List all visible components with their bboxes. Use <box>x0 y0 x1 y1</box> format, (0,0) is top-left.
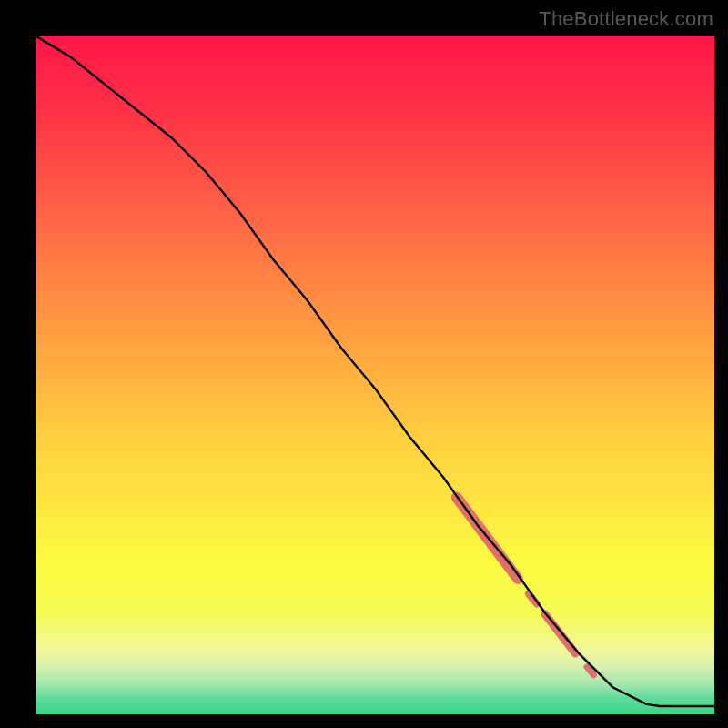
chart-frame: TheBottleneck.com <box>0 0 728 728</box>
plot-area <box>36 36 714 714</box>
highlight-thick-2 <box>545 614 576 653</box>
chart-overlay <box>36 36 714 714</box>
bottleneck-curve <box>36 36 714 706</box>
watermark-text: TheBottleneck.com <box>539 7 713 31</box>
